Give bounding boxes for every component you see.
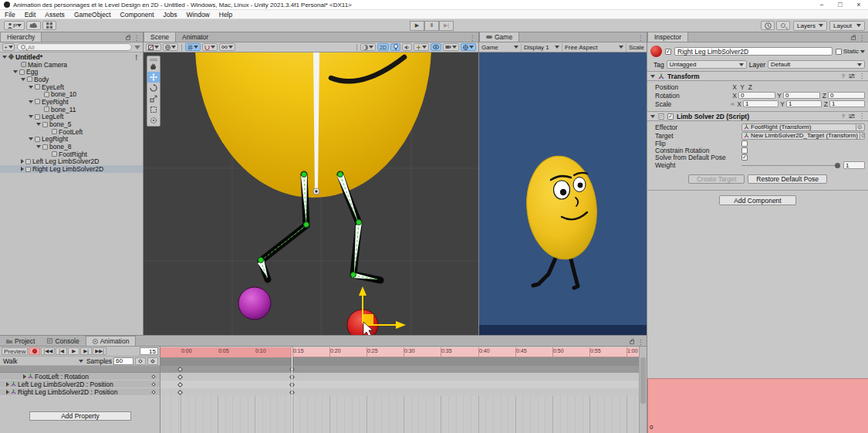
scene-canvas[interactable] bbox=[144, 52, 478, 335]
menu-file[interactable]: File bbox=[0, 11, 20, 19]
scale-y-field[interactable]: 1 bbox=[786, 100, 822, 108]
keyframe-indicator[interactable] bbox=[151, 374, 156, 379]
help-icon[interactable]: ? bbox=[842, 113, 845, 120]
help-icon[interactable]: ? bbox=[842, 73, 845, 79]
weight-value-field[interactable]: 1 bbox=[843, 161, 865, 169]
static-checkbox[interactable] bbox=[836, 49, 842, 55]
grid-button[interactable] bbox=[42, 21, 56, 30]
active-checkbox[interactable]: ✓ bbox=[665, 49, 671, 55]
expand-arrow[interactable] bbox=[2, 56, 7, 59]
expand-arrow[interactable] bbox=[21, 167, 24, 171]
expand-arrow[interactable] bbox=[29, 86, 33, 89]
2d-mode-toggle[interactable]: 2D bbox=[377, 43, 389, 51]
move-tool[interactable] bbox=[147, 72, 160, 83]
display-dropdown[interactable]: Display 1 bbox=[522, 43, 562, 52]
create-target-button[interactable]: Create Target bbox=[688, 174, 745, 184]
tab-game[interactable]: Game bbox=[479, 32, 519, 42]
scale-z-field[interactable]: 1 bbox=[829, 100, 865, 108]
component-menu-icon[interactable]: ⋮ bbox=[859, 73, 865, 79]
last-key-button[interactable]: ▶▶| bbox=[93, 347, 106, 355]
create-object-button[interactable]: + bbox=[2, 43, 15, 51]
anim-property-footleft-rotation[interactable]: FootLeft : Rotation bbox=[0, 373, 160, 381]
draw-mode-dropdown[interactable] bbox=[146, 43, 161, 51]
hierarchy-item-bone5[interactable]: bone_5 bbox=[0, 120, 143, 128]
scene-viewport[interactable] bbox=[144, 52, 478, 335]
scene-menu-icon[interactable]: ⋮ bbox=[133, 53, 144, 61]
tab-console[interactable]: Console bbox=[41, 336, 85, 346]
next-key-button[interactable]: ▶| bbox=[80, 347, 92, 355]
lock-icon[interactable] bbox=[630, 340, 634, 344]
hidden-objects-toggle[interactable] bbox=[431, 43, 441, 51]
expand-arrow[interactable] bbox=[13, 70, 18, 73]
presets-icon[interactable] bbox=[849, 113, 855, 119]
add-component-button[interactable]: Add Component bbox=[719, 195, 796, 205]
hierarchy-item-footleft[interactable]: FootLeft bbox=[0, 128, 143, 136]
search-button[interactable] bbox=[776, 21, 790, 30]
transform-header[interactable]: Transform ? ⋮ bbox=[647, 71, 868, 81]
rotate-tool[interactable] bbox=[147, 83, 160, 93]
lock-icon[interactable] bbox=[851, 36, 856, 40]
tag-dropdown[interactable]: Untagged bbox=[667, 60, 747, 69]
hierarchy-item-bone10[interactable]: bone_10 bbox=[0, 90, 143, 98]
hierarchy-item-footright[interactable]: FootRight bbox=[0, 151, 143, 158]
effects-dropdown[interactable] bbox=[414, 43, 429, 51]
rotation-y-field[interactable]: 0 bbox=[783, 92, 820, 100]
tab-hierarchy[interactable]: Hierarchy bbox=[0, 32, 42, 42]
anim-property-leftleg-position[interactable]: Left Leg LimbSolver2D : Position bbox=[0, 381, 160, 388]
add-property-button[interactable]: Add Property bbox=[29, 411, 131, 421]
tab-inspector[interactable]: Inspector bbox=[647, 32, 688, 42]
maximize-button[interactable]: □ bbox=[831, 0, 849, 10]
foldout-arrow[interactable] bbox=[650, 75, 655, 78]
expand-arrow[interactable] bbox=[6, 390, 9, 394]
step-button[interactable]: ▶| bbox=[439, 21, 454, 31]
panel-menu-icon[interactable]: ⋮ bbox=[637, 35, 643, 42]
filter-icon[interactable] bbox=[134, 46, 140, 49]
menu-window[interactable]: Window bbox=[182, 11, 214, 19]
gizmos-dropdown[interactable] bbox=[461, 43, 476, 51]
hierarchy-item-body[interactable]: Body bbox=[0, 76, 143, 83]
close-button[interactable]: × bbox=[849, 0, 868, 10]
panel-menu-icon[interactable]: ⋮ bbox=[637, 339, 643, 346]
anim-property-rightleg-position[interactable]: Right Leg LimbSolver2D : Position bbox=[0, 388, 160, 396]
layer-dropdown[interactable]: Default bbox=[768, 60, 865, 69]
play-button[interactable]: ▶ bbox=[410, 21, 424, 31]
cloud-button[interactable] bbox=[26, 21, 41, 30]
restore-default-pose-button[interactable]: Restore Default Pose bbox=[748, 174, 827, 184]
limb-solver-header[interactable]: ✓ Limb Solver 2D (Script) ? ⋮ bbox=[647, 111, 868, 121]
scale-x-field[interactable]: 1 bbox=[743, 100, 778, 108]
chevron-down-icon[interactable] bbox=[860, 50, 865, 53]
render-doc-dropdown[interactable] bbox=[360, 43, 376, 51]
gameobject-name-field[interactable]: Right Leg LimbSolver2D bbox=[674, 47, 833, 56]
hierarchy-item-legright[interactable]: LegRight bbox=[0, 136, 143, 144]
expand-arrow[interactable] bbox=[29, 115, 33, 118]
game-target-dropdown[interactable]: Game bbox=[479, 43, 522, 52]
rotation-z-field[interactable]: 0 bbox=[828, 92, 865, 100]
panel-menu-icon[interactable]: ⋮ bbox=[133, 35, 140, 42]
view-hand-tool[interactable] bbox=[147, 61, 160, 72]
menu-help[interactable]: Help bbox=[214, 11, 237, 19]
snap-dropdown[interactable] bbox=[202, 43, 218, 51]
tab-animation[interactable]: Animation bbox=[86, 336, 137, 346]
preview-toggle[interactable]: Preview bbox=[2, 347, 28, 355]
menu-jobs[interactable]: Jobs bbox=[159, 11, 182, 19]
keyframe-indicator[interactable] bbox=[151, 382, 156, 387]
panel-menu-icon[interactable]: ⋮ bbox=[859, 35, 865, 42]
hierarchy-item-main-camera[interactable]: Main Camera bbox=[0, 61, 143, 69]
account-button[interactable]: P bbox=[4, 21, 25, 30]
playhead[interactable] bbox=[292, 347, 292, 433]
hierarchy-item-bone11[interactable]: bone_11 bbox=[0, 106, 143, 113]
tab-project[interactable]: Project bbox=[0, 336, 41, 346]
link-scale-icon[interactable]: ∞ bbox=[731, 101, 735, 107]
menu-gameobject[interactable]: GameObject bbox=[69, 11, 116, 19]
menu-component[interactable]: Component bbox=[116, 11, 159, 19]
hierarchy-item-eyeright[interactable]: EyeRight bbox=[0, 98, 143, 106]
layers-dropdown[interactable]: Layers bbox=[793, 21, 827, 31]
flip-checkbox[interactable] bbox=[741, 140, 748, 147]
expand-arrow[interactable] bbox=[21, 78, 25, 81]
expand-arrow[interactable] bbox=[21, 159, 24, 164]
timeline-ruler[interactable]: 0:00 0:05 0:10 0:15 0:20 0:25 0:30 0:35 … bbox=[160, 347, 639, 357]
menu-assets[interactable]: Assets bbox=[40, 11, 69, 19]
expand-arrow[interactable] bbox=[29, 137, 33, 140]
gameobject-icon[interactable] bbox=[650, 46, 662, 57]
tab-scene[interactable]: Scene bbox=[144, 32, 176, 42]
